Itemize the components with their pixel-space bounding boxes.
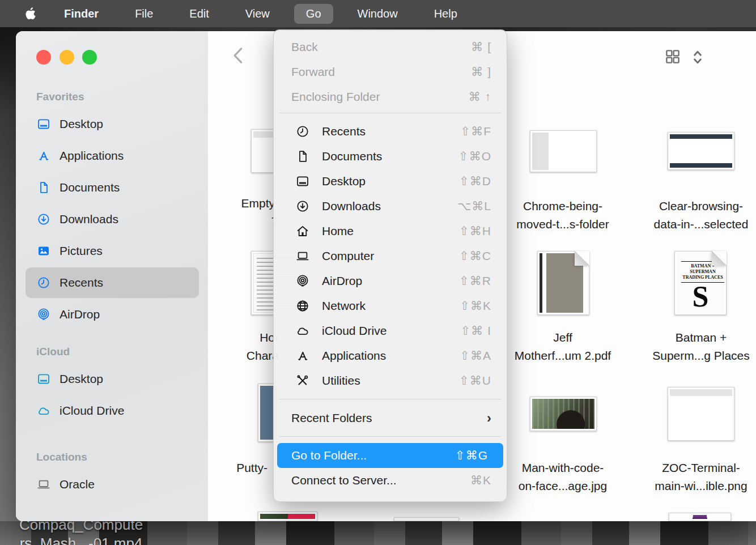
- laptop-icon: [35, 478, 52, 491]
- thumbnail-art: [670, 134, 732, 168]
- sidebar-item-desktop[interactable]: Desktop: [16, 363, 208, 395]
- document-icon: [294, 150, 311, 163]
- menubar-item-go[interactable]: Go: [294, 4, 333, 24]
- menu-item-airdrop[interactable]: AirDrop⇧⌘R: [274, 269, 507, 293]
- file-name-chrome-moved[interactable]: Chrome-being-moved-t...s-folder: [512, 197, 614, 233]
- file-thumbnail-green-partial[interactable]: [394, 517, 459, 521]
- menu-item-documents[interactable]: Documents⇧⌘O: [274, 144, 507, 169]
- menubar-item-finder[interactable]: Finder: [52, 4, 111, 24]
- menu-item-utilities[interactable]: Utilities⇧⌘U: [274, 368, 507, 393]
- file-name-batman-doc[interactable]: Batman +Superm...g Places: [650, 329, 752, 365]
- menu-item-shortcut: ⇧⌘ I: [461, 324, 491, 338]
- file-thumbnail-man-code[interactable]: [530, 397, 597, 431]
- menu-item-shortcut: ⌘ [: [471, 40, 491, 54]
- file-name-jeff-pdf[interactable]: JeffMotherf...um 2.pdf: [512, 329, 614, 365]
- file-thumbnail-batman-doc[interactable]: BATMAN +SUPERMANTRADING PLACES S: [674, 251, 727, 315]
- menu-item-downloads[interactable]: Downloads⌥⌘L: [274, 194, 507, 219]
- menu-item-computer[interactable]: Computer⇧⌘C: [274, 244, 507, 269]
- menu-item-shortcut: ⌘ ↑: [469, 90, 491, 104]
- menu-item-shortcut: ⌥⌘L: [457, 199, 491, 213]
- desktop-icon: [294, 174, 311, 188]
- menubar-item-window[interactable]: Window: [346, 4, 410, 24]
- sidebar-item-desktop[interactable]: Desktop: [16, 108, 208, 140]
- sidebar-item-airdrop[interactable]: AirDrop: [16, 299, 208, 330]
- file-name-line: Motherf...um 2.pdf: [512, 347, 614, 365]
- menu-item-label: Forward: [291, 65, 335, 79]
- menu-item-home[interactable]: Home⇧⌘H: [274, 219, 507, 244]
- sidebar-item-icloud-drive[interactable]: iCloud Drive: [16, 395, 208, 427]
- appstore-icon: [35, 149, 52, 163]
- sidebar-item-downloads[interactable]: Downloads: [16, 203, 208, 235]
- desktop-icon: [35, 117, 52, 131]
- sidebar-item-recents[interactable]: Recents: [16, 267, 208, 299]
- file-thumbnail-jeff-pdf[interactable]: [537, 251, 589, 315]
- file-name-zoc-terminal[interactable]: ZOC-Terminal-main-wi...ible.png: [650, 459, 752, 495]
- menu-item-label: iCloud Drive: [322, 324, 387, 338]
- menu-item-label: Recents: [322, 125, 366, 138]
- menu-item-label: Desktop: [322, 174, 366, 188]
- menu-separator: [279, 399, 501, 399]
- sidebar-item-label: Recents: [60, 276, 103, 289]
- menubar-item-file[interactable]: File: [123, 4, 165, 24]
- menu-bar: FinderFileEditViewGoWindowHelp: [0, 0, 756, 27]
- menu-item-desktop[interactable]: Desktop⇧⌘D: [274, 169, 507, 194]
- file-name-man-code[interactable]: Man-with-code-on-face...age.jpg: [512, 459, 614, 495]
- menubar-item-edit[interactable]: Edit: [177, 4, 220, 24]
- menu-item-label: Go to Folder...: [291, 449, 367, 462]
- menu-item-go-to-folder[interactable]: Go to Folder...⇧⌘G: [277, 443, 503, 468]
- file-thumbnail-zoc-terminal[interactable]: [668, 387, 734, 441]
- sidebar-item-label: Downloads: [60, 212, 118, 226]
- document-icon: [35, 181, 52, 194]
- menu-item-label: Downloads: [322, 199, 381, 213]
- appstore-icon: [294, 349, 311, 363]
- menubar-item-view[interactable]: View: [233, 4, 282, 24]
- menubar-item-help[interactable]: Help: [422, 4, 469, 24]
- laptop-icon: [294, 249, 311, 263]
- sidebar-item-label: iCloud Drive: [60, 404, 124, 418]
- sidebar-item-pictures[interactable]: Pictures: [16, 235, 208, 267]
- menu-item-recents[interactable]: Recents⇧⌘F: [274, 119, 507, 144]
- menu-item-label: Network: [322, 299, 366, 313]
- file-name-line: Batman +: [650, 329, 752, 347]
- menu-item-label: Documents: [322, 150, 382, 163]
- file-thumbnail-purple-partial[interactable]: [669, 513, 731, 521]
- desktop-file-label-line: rs_Mash...-01.mp4: [10, 534, 152, 545]
- thumbnail-art: [670, 389, 732, 438]
- file-thumbnail-clear-browsing[interactable]: [668, 132, 734, 170]
- back-chevron-icon[interactable]: [231, 46, 248, 65]
- menu-item-shortcut: ⇧⌘G: [455, 449, 488, 462]
- menu-item-label: Applications: [322, 349, 386, 363]
- file-name-clear-browsing[interactable]: Clear-browsing-data-in-...selected: [650, 197, 752, 233]
- grid-view-icon[interactable]: [664, 48, 681, 66]
- menu-item-shortcut: ⇧⌘K: [460, 299, 491, 313]
- pictures-icon: [35, 244, 52, 258]
- menu-item-shortcut: ⇧⌘O: [458, 150, 491, 163]
- menu-item-shortcut: ⌘K: [470, 474, 491, 487]
- file-name-line: on-face...age.jpg: [512, 477, 614, 495]
- menu-item-label: Utilities: [322, 374, 360, 388]
- sort-chevrons-icon[interactable]: [690, 48, 705, 66]
- file-name-line: moved-t...s-folder: [512, 215, 614, 233]
- menu-item-network[interactable]: Network⇧⌘K: [274, 293, 507, 318]
- file-thumbnail-flower-partial[interactable]: [258, 512, 317, 521]
- apple-icon[interactable]: [24, 6, 36, 21]
- sidebar-item-label: Desktop: [60, 372, 103, 386]
- menu-item-label: Recent Folders: [291, 411, 372, 425]
- sidebar-item-oracle[interactable]: Oracle: [16, 469, 208, 500]
- file-name-line: data-in-...selected: [650, 215, 752, 233]
- menu-item-connect-to-server[interactable]: Connect to Server...⌘K: [274, 468, 507, 493]
- menu-item-recent-folders[interactable]: Recent Folders ›: [274, 406, 507, 431]
- sidebar-item-label: Pictures: [60, 244, 103, 258]
- menu-item-applications[interactable]: Applications⇧⌘A: [274, 343, 507, 368]
- menu-item-icloud-drive[interactable]: iCloud Drive⇧⌘ I: [274, 318, 507, 343]
- menu-item-forward: Forward⌘ ]: [274, 59, 507, 84]
- file-name-line: Chrome-being-: [512, 197, 614, 215]
- menu-item-label: Computer: [322, 249, 374, 263]
- sidebar-item-applications[interactable]: Applications: [16, 140, 208, 172]
- file-thumbnail-chrome-moved[interactable]: [530, 130, 597, 172]
- cloud-icon: [294, 324, 311, 338]
- sidebar-item-documents[interactable]: Documents: [16, 172, 208, 203]
- menu-item-enclosing-folder: Enclosing Folder⌘ ↑: [274, 84, 507, 109]
- menu-item-shortcut: ⇧⌘D: [459, 174, 491, 188]
- file-name-line: Superm...g Places: [650, 347, 752, 365]
